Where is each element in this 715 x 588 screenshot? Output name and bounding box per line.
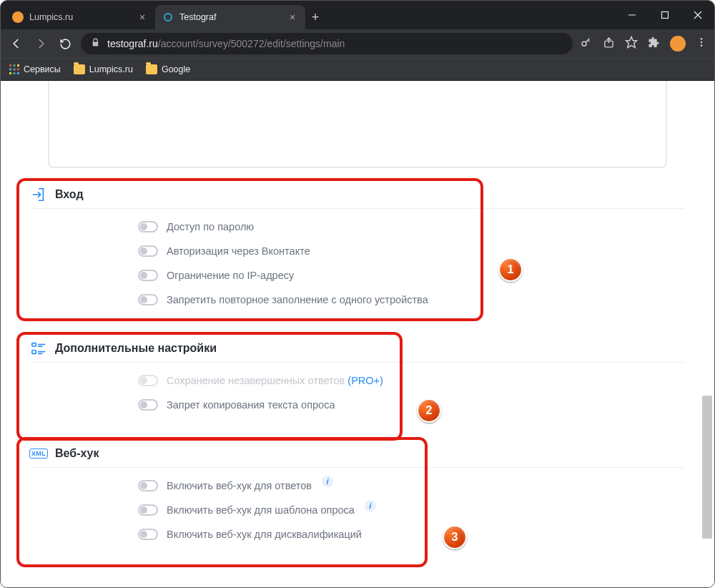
svg-rect-12 [17,64,19,67]
page-content: Вход Доступ по паролю Авторизация через … [16,81,699,587]
toggle[interactable] [138,480,158,491]
bookmark-label: Сервисы [24,64,61,74]
option-label: Доступ по паролю [167,221,254,232]
option-webhook-answers: Включить веб-хук для ответов i [138,474,684,498]
scrollbar-thumb[interactable] [702,396,712,539]
window-controls [616,1,714,29]
key-icon[interactable] [580,36,593,52]
toggle[interactable] [138,221,158,232]
toggle[interactable] [138,245,158,257]
option-label: Запрет копирования текста опроса [167,399,335,411]
bookmarks-bar: Сервисы Lumpics.ru Google [1,58,714,81]
svg-rect-20 [32,351,36,354]
textarea-placeholder[interactable] [48,81,667,168]
option-prevent-copy: Запрет копирования текста опроса [138,393,684,417]
option-label: Включить веб-хук для дисквалификаций [167,529,362,540]
favicon-lumpics [12,11,24,23]
svg-rect-17 [14,72,16,74]
star-icon[interactable] [625,36,638,52]
option-label: Включить веб-хук для шаблона опроса [167,504,355,516]
svg-point-9 [701,44,703,46]
scrollbar-vertical[interactable] [701,81,713,583]
toggle[interactable] [138,529,158,540]
option-label: Ограничение по IP-адресу [167,270,294,281]
pro-badge: (PRO+) [347,375,383,386]
minimize-button[interactable] [616,1,649,29]
close-window-button[interactable] [681,1,714,29]
xml-icon: XML [31,446,46,461]
extensions-icon[interactable] [648,36,660,52]
forward-button[interactable] [32,35,49,52]
toolbar: testograf.ru/account/survey/500272/edit/… [1,29,714,58]
bookmark-lumpics[interactable]: Lumpics.ru [74,64,133,74]
svg-rect-10 [9,64,11,67]
favicon-testograf [162,11,174,23]
titlebar: Lumpics.ru × Testograf × + [1,1,714,29]
close-icon[interactable]: × [287,11,298,23]
tab-lumpics[interactable]: Lumpics.ru × [5,5,155,29]
reload-button[interactable] [56,35,74,52]
bookmark-label: Google [162,64,190,74]
url-text: testograf.ru/account/survey/500272/edit/… [107,38,345,49]
tab-strip: Lumpics.ru × Testograf × + [1,1,616,29]
section-title: Дополнительные настройки [31,340,684,356]
svg-rect-11 [14,64,16,67]
bookmark-services[interactable]: Сервисы [9,64,61,74]
svg-rect-14 [14,69,16,71]
info-icon[interactable]: i [322,476,333,487]
divider [31,362,684,363]
toolbar-actions [580,36,707,52]
svg-point-7 [701,38,703,40]
toggle [138,375,158,386]
section-extra-settings: Дополнительные настройки Сохранение неза… [16,332,699,427]
tab-title: Lumpics.ru [29,12,131,22]
option-password-access: Доступ по паролю [138,215,684,239]
close-icon[interactable]: × [137,11,148,23]
toggle[interactable] [138,399,158,411]
option-label: Включить веб-хук для ответов [167,480,312,491]
section-webhook: XML Веб-хук Включить веб-хук для ответов… [16,437,699,557]
option-prevent-repeat: Запретить повторное заполнение с одного … [138,288,684,312]
options-list: Сохранение незавершенных ответов (PRO+) … [31,366,684,417]
folder-icon [74,64,85,74]
toggle[interactable] [138,504,158,516]
svg-rect-1 [662,12,669,19]
svg-marker-6 [626,37,637,48]
options-list: Доступ по паролю Авторизация через Вконт… [31,212,684,312]
option-vk-auth: Авторизация через Вконтакте [138,239,684,263]
section-title-text: Веб-хук [55,447,99,460]
toggle[interactable] [138,294,158,305]
divider [31,467,684,468]
svg-rect-13 [9,69,11,71]
svg-rect-19 [32,343,36,347]
login-icon [31,187,46,202]
svg-rect-16 [9,72,11,74]
info-icon[interactable]: i [365,500,376,511]
section-title: XML Веб-хук [31,446,684,461]
browser-chrome: Lumpics.ru × Testograf × + testograf.ru/… [1,1,714,81]
share-icon[interactable] [603,36,615,52]
svg-point-4 [582,41,586,46]
page-viewport: Вход Доступ по паролю Авторизация через … [1,81,714,587]
back-button[interactable] [8,35,25,52]
bookmark-google[interactable]: Google [146,64,190,74]
new-tab-button[interactable]: + [305,5,325,29]
address-bar[interactable]: testograf.ru/account/survey/500272/edit/… [81,33,573,54]
divider [31,208,684,209]
tab-testograf[interactable]: Testograf × [155,5,305,29]
profile-avatar[interactable] [670,36,686,52]
section-login: Вход Доступ по паролю Авторизация через … [16,178,699,322]
option-label: Запретить повторное заполнение с одного … [167,294,428,305]
list-settings-icon [31,340,46,356]
option-ip-restriction: Ограничение по IP-адресу [138,263,684,288]
toggle[interactable] [138,270,158,281]
folder-icon [146,64,157,74]
options-list: Включить веб-хук для ответов i Включить … [31,471,684,547]
option-webhook-template: Включить веб-хук для шаблона опроса i [138,498,684,522]
bookmark-label: Lumpics.ru [89,64,133,74]
tab-title: Testograf [179,12,281,22]
menu-icon[interactable] [696,36,707,51]
maximize-button[interactable] [649,1,681,29]
svg-rect-15 [17,69,19,71]
option-label: Авторизация через Вконтакте [167,245,310,257]
